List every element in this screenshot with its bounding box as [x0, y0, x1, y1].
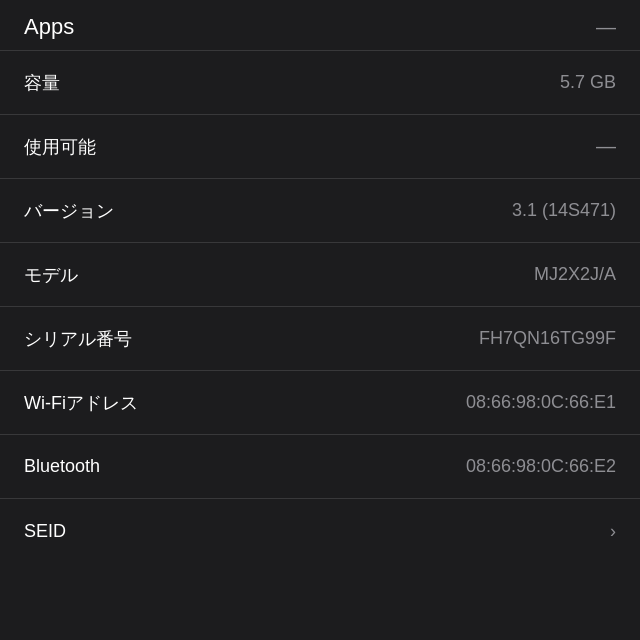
section-title: Apps [24, 14, 74, 40]
label-serial: シリアル番号 [24, 327, 132, 351]
label-seid: SEID [24, 521, 66, 542]
row-seid[interactable]: SEID › [0, 499, 640, 563]
label-model: モデル [24, 263, 78, 287]
seid-chevron-container: › [610, 521, 616, 542]
section-header-dash: — [596, 16, 616, 39]
label-available: 使用可能 [24, 135, 96, 159]
row-model: モデル MJ2X2J/A [0, 243, 640, 307]
value-version: 3.1 (14S471) [512, 200, 616, 221]
row-bluetooth: Bluetooth 08:66:98:0C:66:E2 [0, 435, 640, 499]
settings-list: Apps — 容量 5.7 GB 使用可能 — バージョン 3.1 (14S47… [0, 0, 640, 563]
row-capacity: 容量 5.7 GB [0, 51, 640, 115]
value-available: — [596, 135, 616, 158]
value-serial: FH7QN16TG99F [479, 328, 616, 349]
chevron-right-icon: › [610, 521, 616, 542]
row-wifi: Wi-Fiアドレス 08:66:98:0C:66:E1 [0, 371, 640, 435]
label-version: バージョン [24, 199, 114, 223]
value-model: MJ2X2J/A [534, 264, 616, 285]
value-bluetooth: 08:66:98:0C:66:E2 [466, 456, 616, 477]
label-capacity: 容量 [24, 71, 60, 95]
value-capacity: 5.7 GB [560, 72, 616, 93]
section-header: Apps — [0, 0, 640, 51]
label-bluetooth: Bluetooth [24, 456, 100, 477]
row-version: バージョン 3.1 (14S471) [0, 179, 640, 243]
label-wifi: Wi-Fiアドレス [24, 391, 138, 415]
row-serial: シリアル番号 FH7QN16TG99F [0, 307, 640, 371]
value-wifi: 08:66:98:0C:66:E1 [466, 392, 616, 413]
row-available: 使用可能 — [0, 115, 640, 179]
